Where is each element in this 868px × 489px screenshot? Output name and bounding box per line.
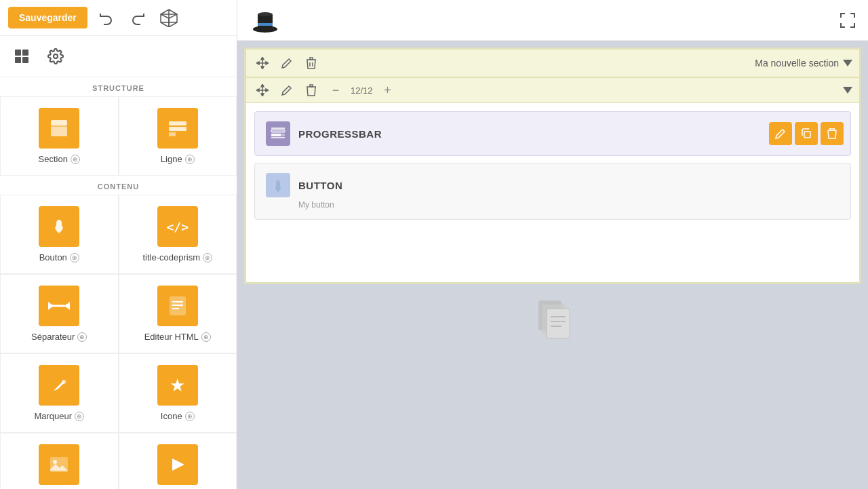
redo-icon[interactable]	[125, 5, 150, 30]
svg-rect-52	[271, 134, 281, 136]
separateur-info-icon[interactable]: ⊕	[77, 332, 87, 342]
section-widget-icon	[39, 108, 79, 149]
svg-rect-14	[51, 127, 67, 136]
svg-rect-30	[258, 14, 273, 29]
sidebar-nav	[0, 36, 237, 77]
slider-widget-icon	[157, 444, 198, 485]
separateur-widget-name: Séparateur ⊕	[31, 332, 87, 342]
svg-rect-16	[169, 127, 186, 131]
icone-info-icon[interactable]: ⊕	[185, 412, 195, 421]
progressbar-delete-btn[interactable]	[821, 122, 844, 145]
3d-cube-icon[interactable]	[157, 5, 181, 30]
editeur-html-widget-icon	[157, 286, 198, 326]
undo-icon[interactable]	[94, 5, 119, 30]
section-info-icon[interactable]: ⊕	[71, 155, 80, 164]
sidebar-item-separateur[interactable]: Séparateur ⊕	[0, 274, 119, 353]
section-container: Ma nouvelle section	[244, 47, 861, 284]
section-delete-icon[interactable]	[302, 54, 321, 73]
sidebar-item-ligne[interactable]: Ligne ⊕	[119, 96, 237, 176]
logo-area	[248, 3, 282, 37]
svg-point-11	[54, 54, 58, 58]
sidebar-item-codeprism[interactable]: </> title-codeprism ⊕	[119, 195, 237, 274]
svg-rect-49	[271, 130, 285, 132]
row-toolbar: − 12/12 +	[246, 78, 859, 103]
settings-icon[interactable]	[42, 43, 69, 70]
svg-marker-36	[261, 66, 264, 69]
logo-hat-icon	[248, 3, 282, 37]
fullscreen-button[interactable]	[838, 11, 857, 30]
codeprism-widget-name: title-codeprism ⊕	[142, 252, 212, 262]
marqueur-info-icon[interactable]: ⊕	[75, 412, 84, 421]
bouton-widget-name: Bouton ⊕	[39, 252, 79, 262]
content-widget-grid: Bouton ⊕ </> title-codeprism ⊕	[0, 195, 237, 489]
progressbar-title: PROGRESSBAR	[298, 128, 382, 140]
ligne-info-icon[interactable]: ⊕	[185, 155, 195, 164]
svg-marker-47	[266, 89, 269, 92]
bouton-info-icon[interactable]: ⊕	[70, 253, 79, 262]
row-container: − 12/12 +	[245, 77, 860, 283]
marqueur-widget-icon	[39, 365, 79, 406]
svg-marker-48	[843, 87, 852, 94]
svg-rect-9	[15, 57, 21, 63]
button-widget-title: BUTTON	[298, 180, 342, 191]
row-edit-icon[interactable]	[277, 81, 296, 100]
grid-view-icon[interactable]	[8, 43, 35, 70]
row-minus-icon[interactable]: −	[326, 81, 345, 100]
content-section-label: CONTENU	[0, 176, 237, 195]
marqueur-widget-name: Marqueur ⊕	[34, 411, 84, 421]
sidebar-item-section[interactable]: Section ⊕	[0, 96, 119, 176]
section-move-icon[interactable]	[253, 54, 272, 73]
progressbar-copy-btn[interactable]	[795, 122, 818, 145]
editeur-html-info-icon[interactable]: ⊕	[201, 332, 211, 342]
sidebar-item-marqueur[interactable]: Marqueur ⊕	[0, 353, 119, 433]
sidebar-item-image[interactable]: Image ⊕	[0, 433, 119, 489]
svg-line-5	[169, 14, 177, 18]
row-plus-icon[interactable]: +	[378, 81, 397, 100]
main-topbar	[237, 0, 868, 41]
svg-marker-44	[261, 84, 264, 87]
section-name-label: Ma nouvelle section	[755, 58, 839, 69]
progressbar-actions	[769, 122, 844, 145]
svg-rect-17	[169, 132, 176, 136]
svg-rect-10	[22, 57, 28, 63]
section-edit-icon[interactable]	[277, 54, 296, 73]
svg-marker-35	[261, 57, 264, 60]
sidebar-item-icone[interactable]: ★ Icone ⊕	[119, 353, 237, 433]
svg-marker-41	[843, 60, 852, 66]
section-widget-name: Section ⊕	[39, 154, 80, 164]
sidebar: Sauvegarder	[0, 0, 237, 489]
row-options-icon[interactable]	[843, 84, 852, 96]
svg-marker-45	[261, 94, 264, 96]
icone-widget-icon: ★	[157, 365, 198, 406]
save-button[interactable]: Sauvegarder	[8, 7, 87, 28]
canvas-area: Ma nouvelle section	[237, 41, 868, 489]
progressbar-card-icon	[266, 121, 290, 146]
sidebar-item-bouton[interactable]: Bouton ⊕	[0, 195, 119, 274]
svg-rect-58	[547, 309, 570, 338]
svg-point-27	[53, 460, 57, 464]
icone-widget-name: Icone ⊕	[161, 411, 195, 421]
sidebar-item-slider[interactable]: Slider ⊕	[119, 433, 237, 489]
ligne-widget-name: Ligne ⊕	[161, 154, 195, 164]
structure-section-label: STRUCTURE	[0, 77, 237, 96]
row-delete-icon[interactable]	[302, 81, 321, 100]
svg-point-25	[62, 380, 66, 384]
svg-point-31	[258, 12, 273, 16]
svg-rect-8	[22, 50, 28, 56]
progressbar-card: PROGRESSBAR	[254, 111, 851, 156]
section-name-area: Ma nouvelle section	[755, 58, 852, 69]
sidebar-item-editeur-html[interactable]: Editeur HTML ⊕	[119, 274, 237, 353]
ligne-widget-icon	[157, 108, 198, 149]
svg-marker-20	[64, 302, 70, 310]
drop-zone-icon	[536, 299, 570, 340]
widget-row: PROGRESSBAR	[246, 103, 859, 228]
button-widget-card-icon	[266, 173, 290, 197]
bouton-widget-icon	[39, 206, 79, 247]
main-area: Ma nouvelle section	[237, 0, 868, 489]
progressbar-edit-btn[interactable]	[769, 122, 792, 145]
row-move-icon[interactable]	[253, 81, 272, 100]
section-dropdown-icon[interactable]	[843, 58, 852, 69]
codeprism-info-icon[interactable]: ⊕	[203, 253, 212, 262]
codeprism-widget-icon: </>	[157, 206, 198, 247]
sidebar-header: Sauvegarder	[0, 0, 237, 36]
